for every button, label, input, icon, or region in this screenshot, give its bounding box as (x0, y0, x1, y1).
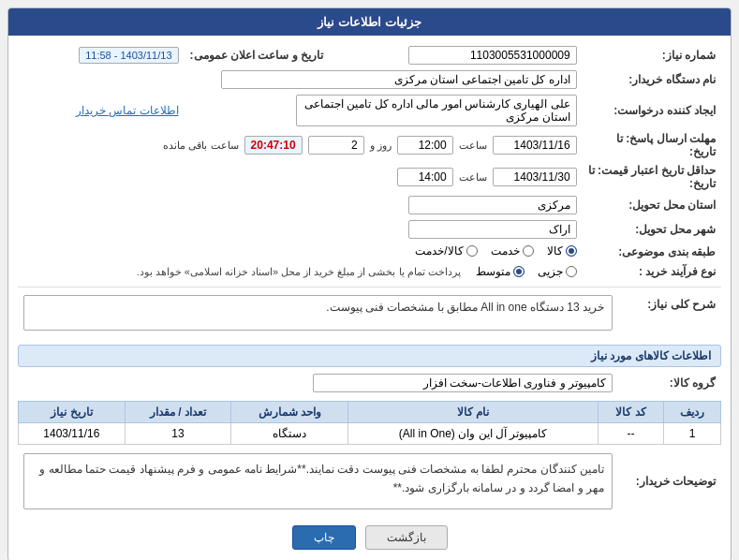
now-motevaset[interactable]: متوسط (476, 265, 525, 278)
sharh-label: شرح کلی نیاز: (618, 292, 721, 339)
col-nam: نام کالا (348, 402, 599, 423)
ostan-value: مرکزی (408, 196, 577, 214)
bazgasht-button[interactable]: بازگشت (365, 525, 448, 550)
radio-kala-icon (566, 245, 577, 257)
gorohe-kala-label: گروه کالا: (618, 371, 721, 395)
row-tedad: 13 (125, 423, 231, 445)
col-radif: ردیف (664, 402, 721, 423)
tabaqe-kala-khedmat-label: کالا/خدمت (415, 244, 463, 258)
mohlat-roz: 2 (308, 136, 364, 155)
kala-table: ردیف کد کالا نام کالا واحد شمارش تعداد /… (18, 401, 721, 445)
now-label: نوع فرآیند خرید : (583, 262, 721, 281)
ostan-label: استان محل تحویل: (583, 193, 721, 217)
saat-label2: ساعت (459, 171, 487, 184)
shahr-label: شهر محل تحویل: (583, 217, 721, 242)
row-nam: کامپیوتر آل این وان (All in One) (348, 423, 599, 445)
sharh-value: خرید 13 دستگاه All in one مطابق با مشخصا… (23, 295, 613, 331)
shahr-value: اراک (408, 220, 577, 239)
radio-jozi-icon (566, 266, 577, 277)
divider1 (18, 287, 721, 287)
nam-dastgah-label: نام دستگاه خریدار: (583, 67, 721, 92)
nam-dastgah-value: اداره کل تامین اجتماعی استان مرکزی (221, 70, 577, 89)
tabaqe-kala-label: کالا (547, 244, 563, 258)
col-tedad: تعداد / مقدار (125, 402, 231, 423)
gorohe-kala-value: کامپیوتر و فناوری اطلاعات-سخت افزار (313, 374, 613, 392)
tabaqe-khedmat[interactable]: خدمت (491, 244, 534, 258)
mohlat-saat: 12:00 (397, 136, 453, 155)
kalahai-section-header: اطلاعات کالاهای مورد نیاز (18, 345, 721, 367)
saat-label: ساعت (459, 140, 487, 152)
now-jozi-label: جزیی (538, 265, 563, 278)
now-note: پرداخت تمام یا بخشی از مبلغ خرید از محل … (137, 266, 461, 278)
col-kod: کد کالا (598, 402, 664, 423)
tamas-kharidar-link[interactable]: اطلاعات تماس خریدار (76, 104, 179, 117)
col-tarikh: تاریخ نیاز (19, 402, 126, 423)
table-row: 1 -- کامپیوتر آل این وان (All in One) دس… (19, 423, 721, 445)
mohlat-date: 1403/11/16 (493, 136, 577, 155)
mohlat-countdown: 20:47:10 (244, 136, 303, 155)
ijad-konande-label: ایجاد کننده درخواست: (583, 92, 721, 129)
tabaqe-khedmat-label: خدمت (491, 244, 520, 258)
tarikh-value: 1403/11/13 - 11:58 (79, 47, 178, 64)
roz-label: روز و (370, 140, 392, 152)
col-vahed: واحد شمارش (231, 402, 348, 423)
ijad-konande-value: علی الهیاری کارشناس امور مالی اداره کل ت… (296, 95, 577, 126)
hadaqal-label: حداقل تاریخ اعتبار قیمت: تاتاریخ: (583, 161, 721, 193)
radio-motevaset-icon (513, 266, 525, 277)
row-tarikh: 1403/11/16 (19, 423, 126, 445)
hadaqal-date: 1403/11/30 (493, 168, 577, 186)
shomare-niaz-value: 1103005531000009 (408, 46, 577, 65)
tozi-label: توضیحات خریدار: (618, 450, 721, 512)
shomare-niaz-label: شماره نیاز: (583, 43, 721, 67)
tozi-value: تامین کنندگان محترم لطفا به مشخصات فنی پ… (23, 453, 613, 509)
remaining-label: ساعت باقی مانده (163, 140, 238, 152)
page-title: جزئیات اطلاعات نیاز (8, 8, 731, 36)
button-row: بازگشت چاپ (18, 518, 721, 553)
hadaqal-saat: 14:00 (397, 168, 453, 186)
now-jozi[interactable]: جزیی (538, 265, 577, 278)
tabaqe-label: طبقه بندی موضوعی: (583, 242, 721, 262)
row-vahed: دستگاه (231, 423, 348, 445)
chap-button[interactable]: چاپ (292, 525, 356, 550)
tarikh-label: تاریخ و ساعت اعلان عمومی: (185, 43, 395, 67)
radio-khedmat-icon (523, 245, 534, 257)
mohlat-label: مهلت ارسال پاسخ: تاتاریخ: (583, 129, 721, 161)
row-kod: -- (598, 423, 664, 445)
tabaqe-kala[interactable]: کالا (547, 244, 577, 258)
radio-kalakhedmat-icon (466, 245, 478, 257)
row-radif: 1 (664, 423, 721, 445)
now-motevaset-label: متوسط (476, 265, 510, 278)
tabaqe-kala-khedmat[interactable]: کالا/خدمت (415, 244, 477, 258)
